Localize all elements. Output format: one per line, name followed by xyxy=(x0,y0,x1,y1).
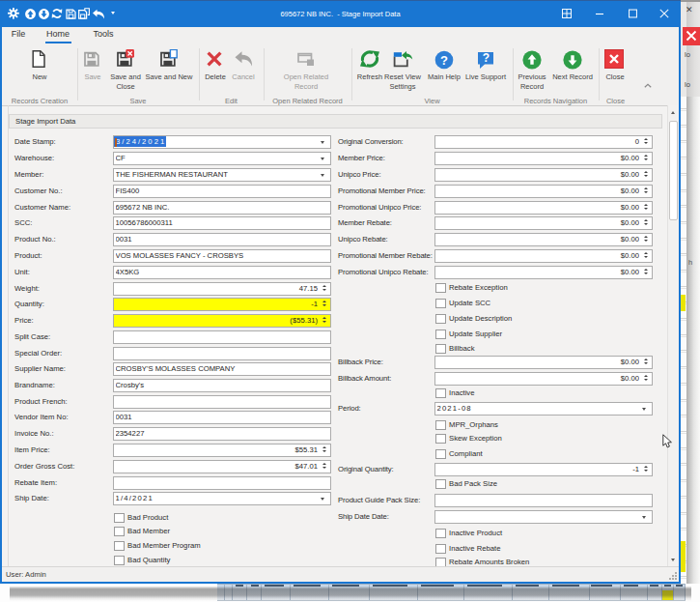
svg-text:?: ? xyxy=(440,53,448,68)
svg-text:?: ? xyxy=(483,51,490,65)
